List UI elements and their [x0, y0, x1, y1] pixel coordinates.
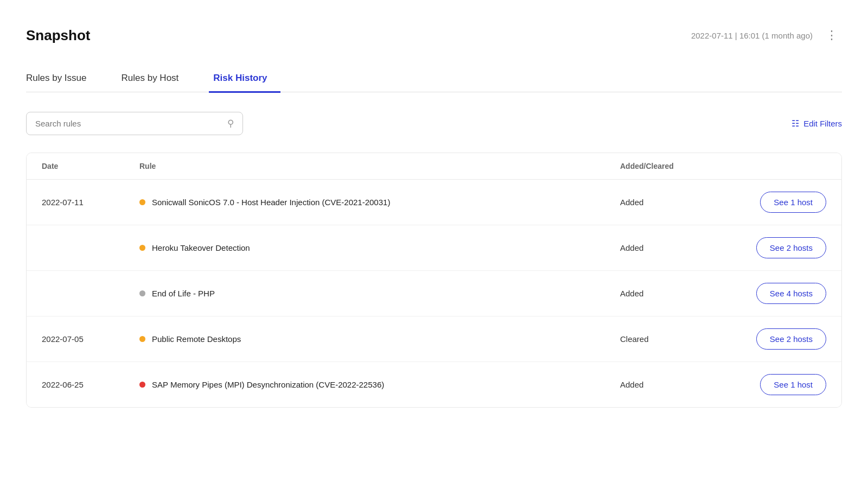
row-action: See 2 hosts [718, 328, 826, 350]
severity-dot-red [139, 382, 145, 388]
row-action: See 1 host [718, 192, 826, 213]
see-host-button[interactable]: See 1 host [760, 192, 826, 213]
row-status: Cleared [620, 334, 718, 344]
severity-dot-orange [139, 336, 145, 342]
page-header: Snapshot 2022-07-11 | 16:01 (1 month ago… [26, 26, 842, 45]
row-date: 2022-07-05 [42, 334, 139, 344]
row-action: See 2 hosts [718, 237, 826, 258]
table-row: 2022-07-11 Sonicwall SonicOS 7.0 - Host … [27, 180, 841, 225]
col-rule: Rule [139, 162, 620, 170]
tab-rules-by-issue[interactable]: Rules by Issue [26, 65, 100, 93]
tab-risk-history[interactable]: Risk History [209, 65, 280, 93]
row-status: Added [620, 380, 718, 389]
rule-name: Heroku Takeover Detection [152, 243, 250, 252]
edit-filters-button[interactable]: ☷ Edit Filters [792, 118, 842, 129]
row-rule: Heroku Takeover Detection [139, 243, 620, 252]
search-input[interactable] [35, 119, 222, 128]
rule-name: End of Life - PHP [152, 289, 215, 298]
tab-bar: Rules by Issue Rules by Host Risk Histor… [26, 64, 842, 92]
row-status: Added [620, 243, 718, 252]
table-row: 2022-06-25 SAP Memory Pipes (MPI) Desync… [27, 362, 841, 407]
timestamp: 2022-07-11 | 16:01 (1 month ago) [691, 31, 813, 40]
severity-dot-orange [139, 245, 145, 251]
see-hosts-button[interactable]: See 2 hosts [756, 237, 826, 258]
edit-filters-label: Edit Filters [803, 119, 842, 128]
tab-rules-by-host[interactable]: Rules by Host [117, 65, 192, 93]
see-hosts-button[interactable]: See 2 hosts [756, 328, 826, 350]
col-date: Date [42, 162, 139, 170]
page-title: Snapshot [26, 27, 90, 44]
severity-dot-gray [139, 290, 145, 296]
rule-name: Public Remote Desktops [152, 334, 241, 344]
rule-name: Sonicwall SonicOS 7.0 - Host Header Inje… [152, 198, 390, 207]
row-rule: Public Remote Desktops [139, 334, 620, 344]
table-header: Date Rule Added/Cleared [27, 153, 841, 180]
table-row: Heroku Takeover Detection Added See 2 ho… [27, 225, 841, 271]
row-status: Added [620, 289, 718, 298]
risk-history-table: Date Rule Added/Cleared 2022-07-11 Sonic… [26, 153, 842, 408]
rule-name: SAP Memory Pipes (MPI) Desynchronization… [152, 380, 384, 389]
row-rule: End of Life - PHP [139, 289, 620, 298]
row-action: See 1 host [718, 374, 826, 395]
search-box[interactable]: ⚲ [26, 112, 243, 135]
see-host-button[interactable]: See 1 host [760, 374, 826, 395]
table-row: End of Life - PHP Added See 4 hosts [27, 271, 841, 316]
toolbar: ⚲ ☷ Edit Filters [26, 112, 842, 135]
row-rule: SAP Memory Pipes (MPI) Desynchronization… [139, 380, 620, 389]
row-date: 2022-07-11 [42, 198, 139, 207]
header-right: 2022-07-11 | 16:01 (1 month ago) ⋮ [691, 26, 842, 45]
row-rule: Sonicwall SonicOS 7.0 - Host Header Inje… [139, 198, 620, 207]
see-hosts-button[interactable]: See 4 hosts [756, 283, 826, 304]
row-date: 2022-06-25 [42, 380, 139, 389]
filter-icon: ☷ [792, 118, 799, 129]
col-added-cleared: Added/Cleared [620, 162, 718, 170]
more-options-button[interactable]: ⋮ [821, 26, 842, 45]
row-action: See 4 hosts [718, 283, 826, 304]
row-status: Added [620, 198, 718, 207]
table-row: 2022-07-05 Public Remote Desktops Cleare… [27, 316, 841, 362]
severity-dot-orange [139, 199, 145, 205]
col-action [718, 162, 826, 170]
search-icon: ⚲ [227, 118, 234, 129]
